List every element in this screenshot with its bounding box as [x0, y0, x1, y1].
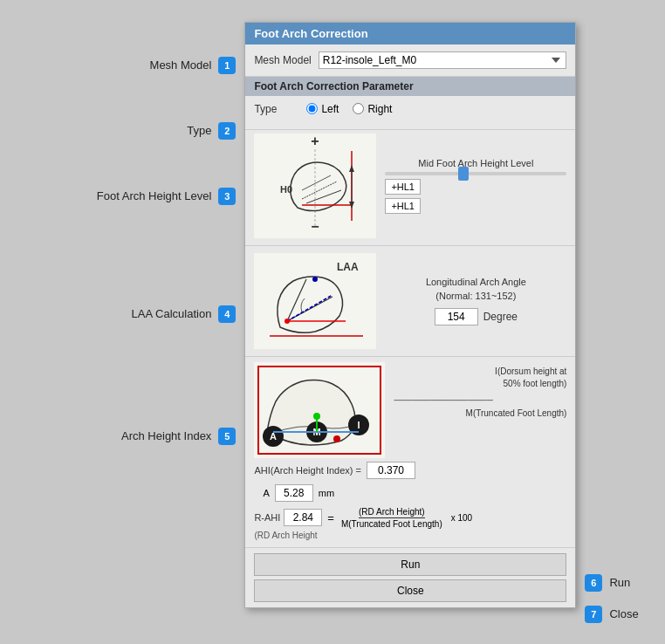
- a-value-input[interactable]: [275, 484, 313, 502]
- dialog-title: Foot Arch Correction: [245, 23, 575, 45]
- badge-3: 3: [218, 188, 236, 205]
- radio-left-input[interactable]: [306, 103, 318, 114]
- ahi-diagram: A M I: [254, 362, 385, 458]
- svg-text:+: +: [312, 134, 319, 148]
- annotation-5: Arch Height Index 5: [26, 428, 244, 445]
- run-button[interactable]: Run: [254, 553, 566, 576]
- rdahi-value-input[interactable]: [284, 509, 322, 526]
- badge-7: 7: [585, 606, 602, 623]
- radio-right[interactable]: Right: [353, 103, 392, 115]
- badge-1: 1: [218, 57, 236, 74]
- rdahi-row: R-AHI = (RD Arch Height) M(Truncated Foo…: [254, 507, 566, 529]
- annotation-4: LAA Calculation 4: [26, 305, 244, 323]
- a-value-row: A mm: [263, 484, 566, 502]
- foot-arch-correction-dialog: Foot Arch Correction Mesh Model R12-inso…: [244, 22, 576, 608]
- ahi-value-input[interactable]: [367, 462, 415, 479]
- rdahi-desc: (RD Arch Height: [254, 531, 566, 540]
- annotation-1: Mesh Model 1: [26, 57, 244, 74]
- mesh-model-label: Mesh Model: [254, 54, 311, 66]
- section-header: Foot Arch Correction Parameter: [245, 77, 575, 96]
- a-label: A: [263, 488, 269, 498]
- badge-2: 2: [218, 122, 236, 140]
- ahi-fraction-marker: ────────────────: [394, 394, 492, 407]
- a-unit-label: mm: [319, 488, 334, 498]
- hl1-button-2[interactable]: +HL1: [385, 198, 421, 214]
- left-annotations: Mesh Model 1 Type 2 Foot Arch Height Lev…: [26, 22, 244, 445]
- laa-value-row: 154 Degree: [435, 308, 518, 325]
- radio-left[interactable]: Left: [306, 103, 339, 115]
- hl1-button-1[interactable]: +HL1: [385, 179, 421, 195]
- slider-row: [385, 172, 566, 175]
- laa-title-line1: Longitudinal Arch Angle (Normal: 131~152…: [426, 276, 526, 303]
- svg-text:I: I: [358, 420, 360, 430]
- foot-arch-height-section: + − H0: [245, 130, 575, 246]
- mid-foot-label: Mid Foot Arch Height Level: [385, 158, 566, 168]
- laa-controls: Longitudinal Arch Angle (Normal: 131~152…: [385, 276, 566, 325]
- type-radio-group: Left Right: [306, 103, 392, 115]
- ahi-label: AHI(Arch Height Index) =: [254, 465, 361, 476]
- rdahi-num: (RD Arch Height): [359, 507, 425, 518]
- badge-4: 4: [218, 305, 236, 323]
- foot-arch-controls: Mid Foot Arch Height Level +HL1 +HL1: [385, 158, 566, 214]
- svg-point-20: [285, 319, 290, 324]
- annotation-7: 7 Close: [585, 606, 638, 623]
- mesh-model-select[interactable]: R12-insole_Left_M0: [319, 51, 567, 69]
- rdahi-label: R-AHI: [254, 512, 280, 523]
- right-annotations: 6 Run 7 Close: [576, 22, 638, 623]
- degree-label: Degree: [483, 311, 518, 323]
- rdahi-den: M(Truncated Foot Length): [341, 518, 442, 529]
- ahi-section: A M I: [245, 357, 575, 548]
- badge-6: 6: [585, 574, 602, 592]
- svg-text:LAA: LAA: [337, 261, 359, 273]
- ahi-formula: I(Dorsum height at 50% foot length) ────…: [394, 362, 566, 420]
- close-button[interactable]: Close: [254, 579, 566, 602]
- laa-diagram: LAA: [254, 253, 376, 349]
- rdahi-times: x 100: [451, 513, 472, 523]
- svg-point-19: [312, 277, 318, 282]
- mesh-model-row: Mesh Model R12-insole_Left_M0: [245, 45, 575, 77]
- annotation-3: Foot Arch Height Level 3: [26, 188, 244, 205]
- annotation-2: Type 2: [26, 122, 244, 140]
- bottom-buttons: Run Close: [245, 548, 575, 607]
- badge-5: 5: [218, 428, 236, 445]
- ahi-denom: M(Truncated Foot Length): [394, 407, 566, 420]
- radio-right-input[interactable]: [353, 103, 364, 114]
- arch-slider-thumb[interactable]: [458, 167, 469, 181]
- laa-value-input[interactable]: 154: [435, 308, 478, 325]
- foot-arch-diagram: + − H0: [254, 134, 376, 238]
- annotation-6: 6 Run: [585, 574, 638, 592]
- arch-slider-track[interactable]: [385, 172, 566, 175]
- svg-point-32: [333, 435, 340, 442]
- ahi-bottom-row: AHI(Arch Height Index) =: [254, 462, 566, 479]
- laa-section: LAA: [245, 246, 575, 357]
- type-section: Type Left Right: [245, 96, 575, 130]
- type-label: Type: [254, 103, 298, 115]
